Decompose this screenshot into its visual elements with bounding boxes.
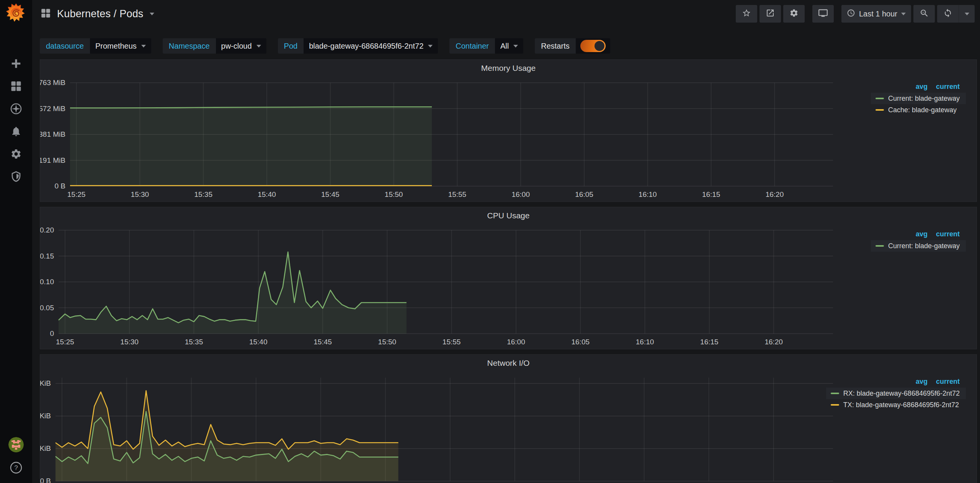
svg-text:0: 0 bbox=[50, 329, 54, 337]
question-mark-icon: ? bbox=[9, 461, 23, 476]
star-icon bbox=[742, 8, 751, 19]
share-button[interactable] bbox=[760, 5, 781, 23]
svg-text:16:00: 16:00 bbox=[511, 190, 530, 198]
favorite-star-button[interactable] bbox=[736, 5, 757, 23]
dashboard-settings-button[interactable] bbox=[783, 5, 805, 23]
legend-series-label: RX: blade-gateway-68684695f6-2nt72 bbox=[843, 390, 960, 398]
legend-sort-current[interactable]: current bbox=[936, 378, 960, 386]
svg-text:572 MiB: 572 MiB bbox=[40, 105, 65, 113]
svg-text:15:40: 15:40 bbox=[258, 190, 276, 198]
panel-memory-usage: 0 B191 MiB381 MiB572 MiB763 MiB15:2515:3… bbox=[40, 59, 977, 202]
sidebar-nav bbox=[0, 56, 32, 186]
pod-dropdown[interactable]: blade-gateway-68684695f6-2nt72 bbox=[304, 38, 438, 54]
legend-series-label: TX: blade-gateway-68684695f6-2nt72 bbox=[843, 401, 959, 409]
legend-sort-avg[interactable]: avg bbox=[916, 378, 928, 386]
legend-item[interactable]: Current: blade-gateway bbox=[871, 240, 966, 252]
chevron-down-icon bbox=[901, 13, 906, 15]
svg-text:16:05: 16:05 bbox=[575, 190, 593, 198]
navbar-actions: Last 1 hour bbox=[736, 5, 975, 23]
datasource-dropdown[interactable]: Prometheus bbox=[90, 38, 151, 54]
cycle-view-button[interactable] bbox=[812, 5, 834, 23]
gear-icon bbox=[789, 8, 799, 19]
svg-text:191 MiB: 191 MiB bbox=[40, 156, 65, 164]
variable-label: Container bbox=[449, 38, 495, 54]
legend-item[interactable]: Current: blade-gateway bbox=[871, 93, 966, 104]
sidebar-dashboards-button[interactable] bbox=[7, 79, 25, 95]
restarts-toggle[interactable] bbox=[576, 38, 610, 54]
svg-text:0.10: 0.10 bbox=[40, 278, 54, 286]
legend-item[interactable]: RX: blade-gateway-68684695f6-2nt72 bbox=[826, 388, 966, 399]
legend-item[interactable]: Cache: blade-gateway bbox=[871, 104, 963, 116]
legend-series-swatch bbox=[875, 98, 884, 99]
dashboard-title-menu[interactable]: Kubernetes / Pods bbox=[41, 0, 154, 28]
variable-restarts: Restarts bbox=[535, 38, 610, 54]
svg-text:15:55: 15:55 bbox=[448, 190, 467, 198]
bell-icon bbox=[10, 126, 22, 139]
namespace-dropdown[interactable]: pw-cloud bbox=[216, 38, 266, 54]
variable-value: Prometheus bbox=[95, 42, 137, 51]
chevron-down-icon bbox=[141, 45, 146, 47]
svg-text:16:20: 16:20 bbox=[764, 338, 783, 346]
help-button[interactable]: ? bbox=[8, 461, 24, 476]
svg-text:15:45: 15:45 bbox=[314, 338, 332, 346]
variable-label: datasource bbox=[40, 38, 90, 54]
legend-series-swatch bbox=[831, 404, 839, 406]
sidebar-alerting-button[interactable] bbox=[7, 124, 25, 141]
time-range-label: Last 1 hour bbox=[859, 10, 897, 18]
toggle-switch-on bbox=[580, 40, 606, 52]
legend-sort-links: avg current bbox=[916, 230, 960, 238]
svg-text:15:30: 15:30 bbox=[131, 190, 149, 198]
legend-sort-avg[interactable]: avg bbox=[916, 83, 928, 91]
chevron-down-icon bbox=[513, 45, 518, 47]
legend-series-label: Current: blade-gateway bbox=[888, 242, 960, 250]
gear-icon bbox=[10, 148, 22, 161]
explore-compass-icon bbox=[10, 103, 22, 116]
legend-item[interactable]: TX: blade-gateway-68684695f6-2nt72 bbox=[826, 399, 965, 411]
legend-series-swatch bbox=[875, 109, 884, 111]
legend: Current: blade-gatewayCache: blade-gatew… bbox=[871, 93, 966, 116]
svg-text:0.15: 0.15 bbox=[40, 252, 54, 260]
top-navbar: Kubernetes / Pods Last 1 hour bbox=[32, 0, 980, 28]
svg-text:16:10: 16:10 bbox=[639, 190, 657, 198]
time-range-picker[interactable]: Last 1 hour bbox=[841, 5, 911, 23]
dashboard-variables: datasource Prometheus Namespace pw-cloud… bbox=[40, 38, 610, 54]
grafana-logo-icon[interactable] bbox=[5, 2, 27, 25]
svg-text:15 KiB: 15 KiB bbox=[40, 379, 51, 387]
panel-network-io: 0 B5 KiB10 KiB15 KiB15:2515:3015:3515:40… bbox=[40, 354, 977, 483]
sidebar-server-admin-button[interactable] bbox=[7, 169, 25, 186]
left-sidebar: ? bbox=[0, 0, 32, 483]
user-avatar[interactable] bbox=[8, 437, 24, 452]
variable-label: Pod bbox=[278, 38, 304, 54]
variable-label: Namespace bbox=[163, 38, 216, 54]
cpu-usage-graph[interactable]: 00.050.100.150.2015:2515:3015:3515:4015:… bbox=[40, 207, 977, 350]
refresh-icon bbox=[943, 8, 952, 19]
refresh-button[interactable] bbox=[937, 5, 959, 23]
svg-text:15:30: 15:30 bbox=[120, 338, 139, 346]
legend-sort-current[interactable]: current bbox=[936, 230, 960, 238]
sidebar-create-button[interactable] bbox=[7, 56, 25, 73]
variable-datasource: datasource Prometheus bbox=[40, 38, 151, 54]
svg-text:16:20: 16:20 bbox=[766, 190, 784, 198]
legend-series-swatch bbox=[875, 245, 884, 247]
monitor-icon bbox=[818, 8, 828, 20]
svg-text:15:25: 15:25 bbox=[56, 338, 74, 346]
network-io-graph[interactable]: 0 B5 KiB10 KiB15 KiB15:2515:3015:3515:40… bbox=[40, 355, 977, 483]
variable-namespace: Namespace pw-cloud bbox=[163, 38, 266, 54]
legend-series-label: Current: blade-gateway bbox=[888, 95, 960, 103]
refresh-interval-dropdown[interactable] bbox=[959, 5, 975, 23]
svg-text:16:00: 16:00 bbox=[507, 338, 525, 346]
zoom-out-button[interactable] bbox=[913, 5, 935, 23]
legend-sort-avg[interactable]: avg bbox=[916, 230, 928, 238]
legend-sort-current[interactable]: current bbox=[936, 83, 960, 91]
legend: RX: blade-gateway-68684695f6-2nt72TX: bl… bbox=[826, 388, 966, 411]
panel-title[interactable]: Network I/O bbox=[40, 359, 977, 368]
container-dropdown[interactable]: All bbox=[495, 38, 523, 54]
panel-title[interactable]: CPU Usage bbox=[40, 211, 977, 220]
zoom-out-magnifier-icon bbox=[920, 8, 929, 20]
sidebar-explore-button[interactable] bbox=[7, 101, 25, 118]
svg-text:16:15: 16:15 bbox=[700, 338, 719, 346]
sidebar-configuration-button[interactable] bbox=[7, 146, 25, 163]
svg-text:15:35: 15:35 bbox=[185, 338, 203, 346]
panel-title[interactable]: Memory Usage bbox=[40, 64, 977, 73]
memory-usage-graph[interactable]: 0 B191 MiB381 MiB572 MiB763 MiB15:2515:3… bbox=[40, 60, 977, 202]
